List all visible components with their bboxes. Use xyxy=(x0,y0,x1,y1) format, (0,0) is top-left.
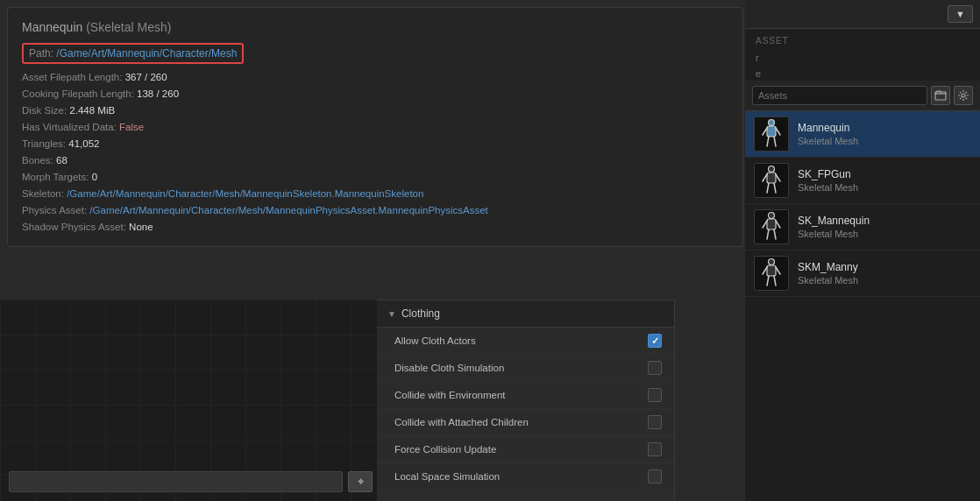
svg-line-18 xyxy=(767,229,769,239)
asset-type: Skeletal Mesh xyxy=(798,136,971,146)
clothing-setting-label: Force Collision Update xyxy=(394,444,496,455)
svg-line-13 xyxy=(774,183,776,193)
bottom-search-area: ⌖ xyxy=(9,471,373,492)
clothing-setting-checkbox[interactable] xyxy=(648,415,662,429)
clothing-setting-checkbox[interactable] xyxy=(648,361,662,375)
section-collapse-arrow: ▼ xyxy=(387,309,396,319)
morph-value: 0 xyxy=(92,172,97,182)
svg-line-11 xyxy=(776,174,780,181)
right-asset-panel: ▼ ASSET r e xyxy=(745,0,980,501)
clothing-setting-checkbox[interactable] xyxy=(648,334,662,348)
svg-point-2 xyxy=(769,120,775,126)
bones-label: Bones: xyxy=(22,155,56,166)
asset-name: SK_Mannequin xyxy=(798,215,971,227)
asset-info-block: SK_FPGunSkeletal Mesh xyxy=(798,168,971,193)
asset-type: Skeletal Mesh xyxy=(798,182,971,193)
clothing-settings-list: Allow Cloth ActorsDisable Cloth Simulati… xyxy=(377,328,674,490)
shadow-value: None xyxy=(129,222,153,232)
physics-value: /Game/Art/Mannequin/Character/Mesh/Manne… xyxy=(89,205,487,215)
svg-point-8 xyxy=(769,166,775,173)
clothing-setting-row[interactable]: Collide with Environment xyxy=(377,382,674,409)
cooking-filepath-value: 138 / 260 xyxy=(137,88,179,99)
clothing-setting-row[interactable]: Local Space Simulation xyxy=(377,463,674,490)
top-controls-row: ▼ xyxy=(745,0,980,29)
svg-rect-0 xyxy=(935,92,946,100)
asset-thumbnail xyxy=(754,256,789,291)
skeleton-label: Skeleton: xyxy=(22,188,67,199)
bones-value: 68 xyxy=(56,155,67,166)
asset-name: Mannequin xyxy=(798,122,971,134)
skeleton-value: /Game/Art/Mannequin/Character/Mesh/Manne… xyxy=(67,188,423,199)
clothing-setting-checkbox[interactable] xyxy=(648,469,662,483)
clothing-setting-row[interactable]: Allow Cloth Actors xyxy=(377,328,674,355)
asset-section-label: ASSET xyxy=(745,29,980,49)
asset-list-item[interactable]: SK_MannequinSkeletal Mesh xyxy=(745,204,980,250)
path-value: /Game/Art/Mannequin/Character/Mesh xyxy=(56,47,237,60)
asset-list: MannequinSkeletal Mesh SK_FPGunSkeletal … xyxy=(745,111,980,501)
tooltip-title: Mannequin (Skeletal Mesh) xyxy=(22,20,728,34)
triangles-label: Triangles: xyxy=(22,138,68,149)
svg-line-19 xyxy=(774,229,776,239)
asset-info-block: SKM_MannySkeletal Mesh xyxy=(798,261,971,286)
svg-line-7 xyxy=(774,137,776,146)
bottom-search-input[interactable] xyxy=(9,471,343,492)
svg-point-20 xyxy=(769,259,775,265)
asset-search-input[interactable] xyxy=(752,86,927,105)
clothing-setting-label: Allow Cloth Actors xyxy=(394,335,476,346)
morph-label: Morph Targets: xyxy=(22,172,92,182)
right-panel-placeholder-e: e xyxy=(745,67,980,81)
clothing-setting-label: Local Space Simulation xyxy=(394,471,500,482)
asset-info-rows: Asset Filepath Length: 367 / 260 Cooking… xyxy=(22,69,728,236)
triangles-value: 41,052 xyxy=(68,138,99,149)
clothing-section-header[interactable]: ▼ Clothing xyxy=(377,300,674,328)
clothing-setting-row[interactable]: Force Collision Update xyxy=(377,436,674,463)
clothing-setting-label: Collide with Environment xyxy=(394,390,506,400)
svg-line-6 xyxy=(767,137,769,146)
asset-list-item[interactable]: SK_FPGunSkeletal Mesh xyxy=(745,158,980,204)
clothing-section-title: Clothing xyxy=(401,307,440,320)
bottom-search-button[interactable]: ⌖ xyxy=(348,471,373,492)
svg-point-1 xyxy=(962,94,965,97)
path-label: Path: xyxy=(29,47,56,60)
asset-filepath-value: 367 / 260 xyxy=(125,72,167,82)
asset-filepath-label: Asset Filepath Length: xyxy=(22,72,125,82)
svg-rect-3 xyxy=(767,126,776,137)
folder-icon xyxy=(934,89,947,102)
clothing-setting-row[interactable]: Disable Cloth Simulation xyxy=(377,355,674,382)
clothing-setting-label: Disable Cloth Simulation xyxy=(394,363,504,373)
dropdown-button[interactable]: ▼ xyxy=(948,5,973,23)
disk-size-value: 2.448 MiB xyxy=(69,105,115,116)
svg-line-12 xyxy=(767,183,769,193)
asset-thumbnail xyxy=(754,163,789,198)
asset-info-block: MannequinSkeletal Mesh xyxy=(798,122,971,146)
asset-folder-icon-btn[interactable] xyxy=(931,86,950,105)
svg-line-4 xyxy=(763,128,767,135)
svg-line-10 xyxy=(763,174,767,181)
virtualized-value: False xyxy=(119,122,144,132)
svg-line-24 xyxy=(767,276,769,286)
cooking-filepath-label: Cooking Filepath Length: xyxy=(22,88,137,99)
svg-line-23 xyxy=(776,267,780,274)
clothing-setting-label: Collide with Attached Children xyxy=(394,417,529,427)
svg-line-16 xyxy=(763,221,767,228)
asset-search-row xyxy=(745,81,980,111)
svg-line-5 xyxy=(776,128,780,135)
right-panel-placeholder-r: r xyxy=(745,49,980,67)
asset-type: Skeletal Mesh xyxy=(798,229,971,239)
svg-rect-15 xyxy=(767,219,776,229)
clothing-setting-checkbox[interactable] xyxy=(648,442,662,456)
clothing-setting-checkbox[interactable] xyxy=(648,388,662,402)
path-row: Path: /Game/Art/Mannequin/Character/Mesh xyxy=(22,43,244,64)
svg-line-25 xyxy=(774,276,776,286)
asset-list-item[interactable]: SKM_MannySkeletal Mesh xyxy=(745,250,980,297)
svg-rect-9 xyxy=(767,173,776,183)
clothing-setting-row[interactable]: Collide with Attached Children xyxy=(377,409,674,436)
svg-rect-21 xyxy=(767,265,776,276)
asset-thumbnail xyxy=(754,116,789,152)
asset-info-block: SK_MannequinSkeletal Mesh xyxy=(798,215,971,239)
asset-settings-icon-btn[interactable] xyxy=(954,86,973,105)
svg-point-14 xyxy=(769,213,775,219)
clothing-panel: ▼ Clothing Allow Cloth ActorsDisable Clo… xyxy=(377,300,675,501)
asset-list-item[interactable]: MannequinSkeletal Mesh xyxy=(745,111,980,158)
dropdown-arrow-icon: ▼ xyxy=(955,9,965,19)
